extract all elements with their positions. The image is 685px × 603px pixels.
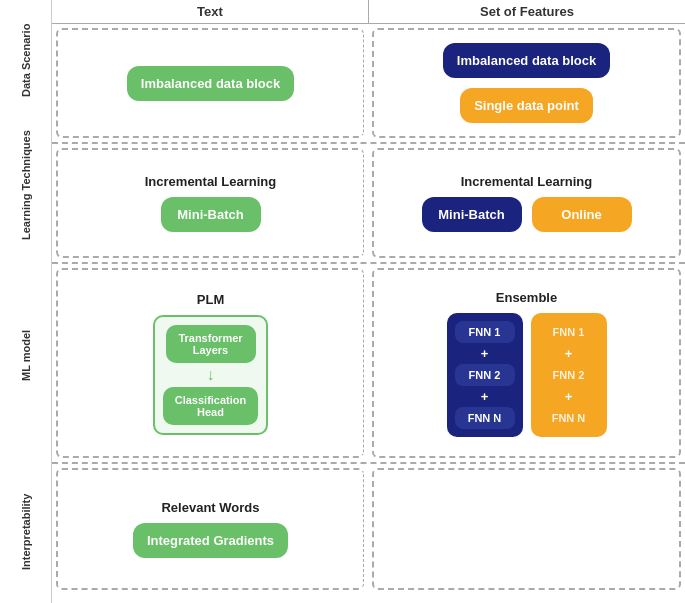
fnn2-orange: FNN 2 xyxy=(539,364,599,386)
arrow-icon: ↓ xyxy=(207,367,215,383)
label-data-scenario: Data Scenario xyxy=(0,0,51,120)
ensemble-blue: FNN 1 + FNN 2 + FNN N xyxy=(447,313,523,437)
fnn1-blue: FNN 1 xyxy=(455,321,515,343)
plus-1-orange: + xyxy=(565,346,573,361)
ensemble-orange: FNN 1 + FNN 2 + FNN N xyxy=(531,313,607,437)
column-headers: Text Set of Features xyxy=(52,0,685,24)
cell-ml-text: PLM TransformerLayers ↓ ClassificationHe… xyxy=(56,268,364,458)
row-data-scenario: Imbalanced data block Imbalanced data bl… xyxy=(52,24,685,144)
learning-text-title: Incremental Learning xyxy=(145,174,276,189)
row-learning-techniques: Incremental Learning Mini-Batch Incremen… xyxy=(52,144,685,264)
cell-learning-features: Incremental Learning Mini-Batch Online xyxy=(372,148,681,258)
fnn1-orange: FNN 1 xyxy=(539,321,599,343)
interp-text-title: Relevant Words xyxy=(161,500,259,515)
label-interpretability: Interpretability xyxy=(0,460,51,603)
block-minibatch-features: Mini-Batch xyxy=(422,197,522,232)
block-imbalanced-features: Imbalanced data block xyxy=(443,43,610,78)
data-features-blocks: Imbalanced data block Single data point xyxy=(384,43,669,123)
col-header-features: Set of Features xyxy=(369,0,685,24)
cell-ml-features: Ensemble FNN 1 + FNN 2 + FNN N FNN 1 + F… xyxy=(372,268,681,458)
block-imbalanced-text: Imbalanced data block xyxy=(127,66,294,101)
label-ml-model: ML model xyxy=(0,250,51,460)
fnnn-orange: FNN N xyxy=(539,407,599,429)
cell-interp-features xyxy=(372,468,681,590)
col-header-text: Text xyxy=(52,0,369,24)
block-online: Online xyxy=(532,197,632,232)
block-transformer-layers: TransformerLayers xyxy=(166,325,256,363)
ml-text-title: PLM xyxy=(197,292,224,307)
main-content: Text Set of Features Imbalanced data blo… xyxy=(52,0,685,603)
cell-data-features: Imbalanced data block Single data point xyxy=(372,28,681,138)
block-single-data-point: Single data point xyxy=(460,88,593,123)
cell-learning-text: Incremental Learning Mini-Batch xyxy=(56,148,364,258)
ml-features-title: Ensemble xyxy=(496,290,557,305)
plus-2-blue: + xyxy=(481,389,489,404)
cell-data-text: Imbalanced data block xyxy=(56,28,364,138)
fnn2-blue: FNN 2 xyxy=(455,364,515,386)
plus-2-orange: + xyxy=(565,389,573,404)
label-learning-techniques: Learning Techniques xyxy=(0,120,51,250)
block-minibatch-text: Mini-Batch xyxy=(161,197,261,232)
fnnn-blue: FNN N xyxy=(455,407,515,429)
plm-inner-box: TransformerLayers ↓ ClassificationHead xyxy=(153,315,269,435)
row-interpretability: Relevant Words Integrated Gradients xyxy=(52,464,685,594)
row-ml-model: PLM TransformerLayers ↓ ClassificationHe… xyxy=(52,264,685,464)
learning-features-title: Incremental Learning xyxy=(461,174,592,189)
row-labels: Data Scenario Learning Techniques ML mod… xyxy=(0,0,52,603)
block-integrated-gradients: Integrated Gradients xyxy=(133,523,288,558)
ensemble-blocks: FNN 1 + FNN 2 + FNN N FNN 1 + FNN 2 + FN… xyxy=(447,313,607,437)
learning-features-blocks: Mini-Batch Online xyxy=(422,197,632,232)
cell-interp-text: Relevant Words Integrated Gradients xyxy=(56,468,364,590)
grid: Imbalanced data block Imbalanced data bl… xyxy=(52,24,685,603)
block-classification-head: ClassificationHead xyxy=(163,387,259,425)
plus-1-blue: + xyxy=(481,346,489,361)
